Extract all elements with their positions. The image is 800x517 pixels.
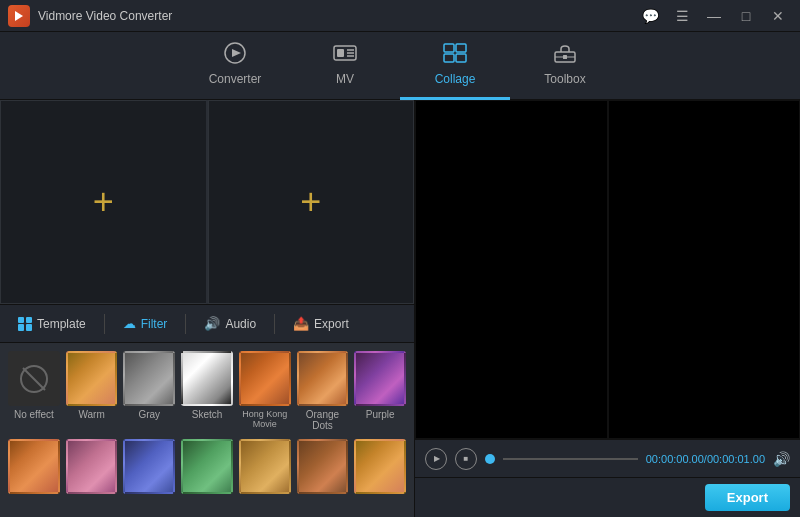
titlebar: Vidmore Video Converter 💬 ☰ — □ ✕ xyxy=(0,0,800,32)
collage-toolbar: Template ☁ Filter 🔊 Audio 📤 Export xyxy=(0,304,414,342)
filter-thumb-sketch xyxy=(181,351,233,406)
tab-toolbox-label: Toolbox xyxy=(544,72,585,86)
app-logo xyxy=(8,5,30,27)
right-panel: ▶ ■ 00:00:00.00/00:00:01.00 🔊 Export xyxy=(415,100,800,517)
feedback-button[interactable]: 💬 xyxy=(636,5,664,27)
maximize-icon: □ xyxy=(742,8,750,24)
filter-warm[interactable]: Warm xyxy=(66,351,118,431)
collage-icon xyxy=(442,42,468,68)
filter-label-warm: Warm xyxy=(78,409,104,420)
mv-icon xyxy=(332,42,358,68)
nav-tabs: Converter MV Collage xyxy=(0,32,800,100)
filter-label-purple: Purple xyxy=(366,409,395,420)
stop-icon: ■ xyxy=(464,454,469,463)
filter-row-2 xyxy=(8,439,406,497)
svg-rect-14 xyxy=(563,55,567,59)
filter-pink[interactable] xyxy=(66,439,118,497)
filter-green[interactable] xyxy=(181,439,233,497)
close-icon: ✕ xyxy=(772,8,784,24)
audio-label: Audio xyxy=(225,317,256,331)
filter-row-1: No effect Warm Gray Sketch Hong Kong Mov… xyxy=(8,351,406,431)
menu-button[interactable]: ☰ xyxy=(668,5,696,27)
audio-icon: 🔊 xyxy=(204,316,220,331)
toolbar-separator-1 xyxy=(104,314,105,334)
filter-thumb-no-effect xyxy=(8,351,60,406)
play-button[interactable]: ▶ xyxy=(425,448,447,470)
svg-rect-9 xyxy=(456,44,466,52)
svg-line-16 xyxy=(23,368,45,390)
time-display: 00:00:00.00/00:00:01.00 xyxy=(646,453,765,465)
filter-orange-dots[interactable]: Orange Dots xyxy=(297,351,349,431)
app-title: Vidmore Video Converter xyxy=(38,9,636,23)
stop-button[interactable]: ■ xyxy=(455,448,477,470)
filter-sketch[interactable]: Sketch xyxy=(181,351,233,431)
export-label: Export xyxy=(314,317,349,331)
window-controls: 💬 ☰ — □ ✕ xyxy=(636,5,792,27)
volume-icon[interactable]: 🔊 xyxy=(773,451,790,467)
filter-label-hk: Hong Kong Movie xyxy=(239,409,291,429)
svg-marker-0 xyxy=(15,11,23,21)
audio-button[interactable]: 🔊 Audio xyxy=(194,312,266,335)
video-slot-2[interactable]: + xyxy=(208,100,415,304)
export-button[interactable]: Export xyxy=(705,484,790,511)
filter-blue[interactable] xyxy=(123,439,175,497)
close-button[interactable]: ✕ xyxy=(764,5,792,27)
filter-thumb-purple xyxy=(354,351,406,406)
filter-label-no-effect: No effect xyxy=(14,409,54,420)
svg-rect-10 xyxy=(444,54,454,62)
filter-vintage[interactable] xyxy=(297,439,349,497)
menu-icon: ☰ xyxy=(676,8,689,24)
filter-extra[interactable] xyxy=(354,439,406,497)
tab-converter-label: Converter xyxy=(209,72,262,86)
template-button[interactable]: Template xyxy=(8,313,96,335)
filter-no-effect[interactable]: No effect xyxy=(8,351,60,431)
add-video-2-icon: + xyxy=(300,181,321,223)
main-content: + + Template ☁ Filter 🔊 Audio xyxy=(0,100,800,517)
filter-purple[interactable]: Purple xyxy=(354,351,406,431)
tab-toolbox[interactable]: Toolbox xyxy=(510,32,620,100)
video-slot-1[interactable]: + xyxy=(0,100,208,304)
filter-thumb-dots xyxy=(297,351,349,406)
filter-label: Filter xyxy=(141,317,168,331)
tab-mv[interactable]: MV xyxy=(290,32,400,100)
maximize-button[interactable]: □ xyxy=(732,5,760,27)
filter-thumb-gray xyxy=(123,351,175,406)
progress-indicator[interactable] xyxy=(485,454,495,464)
export-icon: 📤 xyxy=(293,316,309,331)
tab-mv-label: MV xyxy=(336,72,354,86)
converter-icon xyxy=(222,42,248,68)
minimize-icon: — xyxy=(707,8,721,24)
filter-label-sketch: Sketch xyxy=(192,409,223,420)
tab-collage-label: Collage xyxy=(435,72,476,86)
export-toolbar-button[interactable]: 📤 Export xyxy=(283,312,359,335)
filter-thumb-vintage xyxy=(297,439,349,494)
filter-thumb-pink xyxy=(66,439,118,494)
filter-gray[interactable]: Gray xyxy=(123,351,175,431)
filter-hk-movie[interactable]: Hong Kong Movie xyxy=(239,351,291,431)
svg-rect-11 xyxy=(456,54,466,62)
export-row: Export xyxy=(415,477,800,517)
add-video-1-icon: + xyxy=(93,181,114,223)
svg-rect-4 xyxy=(337,49,344,57)
template-icon xyxy=(18,317,32,331)
filter-thumb-extra xyxy=(354,439,406,494)
svg-marker-2 xyxy=(232,49,241,57)
filter-warm2[interactable] xyxy=(8,439,60,497)
filter-thumb-green xyxy=(181,439,233,494)
filter-label-dots: Orange Dots xyxy=(297,409,349,431)
filter-thumb-warm2 xyxy=(8,439,60,494)
tab-converter[interactable]: Converter xyxy=(180,32,290,100)
filter-thumb-desert xyxy=(239,439,291,494)
preview-area xyxy=(415,100,800,439)
filter-button[interactable]: ☁ Filter xyxy=(113,312,178,335)
toolbox-icon xyxy=(552,42,578,68)
svg-rect-8 xyxy=(444,44,454,52)
minimize-button[interactable]: — xyxy=(700,5,728,27)
filter-thumb-blue xyxy=(123,439,175,494)
filter-desert[interactable] xyxy=(239,439,291,497)
progress-bar[interactable] xyxy=(503,458,638,460)
filter-thumb-hk xyxy=(239,351,291,406)
template-label: Template xyxy=(37,317,86,331)
tab-collage[interactable]: Collage xyxy=(400,32,510,100)
toolbar-separator-2 xyxy=(185,314,186,334)
